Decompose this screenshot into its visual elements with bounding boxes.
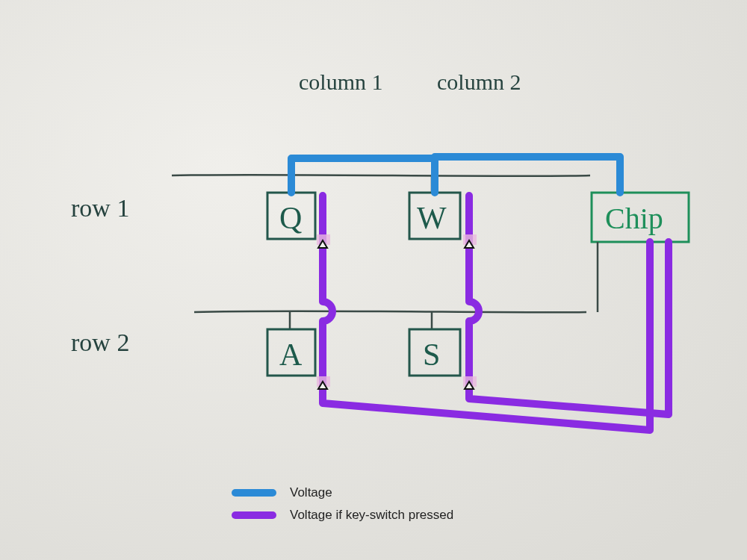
legend-swatch-voltage xyxy=(232,489,276,497)
label-column-2: column 2 xyxy=(437,69,521,94)
svg-text:W: W xyxy=(417,201,447,235)
legend-row-voltage-pressed: Voltage if key-switch pressed xyxy=(232,508,453,523)
svg-text:S: S xyxy=(423,337,440,372)
legend: Voltage Voltage if key-switch pressed xyxy=(232,485,453,530)
svg-text:A: A xyxy=(279,337,303,372)
svg-text:Chip: Chip xyxy=(605,202,663,235)
diagram-svg: column 1 column 2 row 1 row 2 Q W A S xyxy=(0,0,747,560)
legend-row-voltage: Voltage xyxy=(232,485,453,500)
legend-swatch-voltage-pressed xyxy=(232,511,276,519)
label-column-1: column 1 xyxy=(299,69,383,94)
diagram-stage: "Drive rows"-Option column 1 column 2 ro… xyxy=(0,0,747,560)
legend-label-voltage: Voltage xyxy=(290,485,332,500)
legend-label-voltage-pressed: Voltage if key-switch pressed xyxy=(290,508,453,523)
label-row-1: row 1 xyxy=(71,194,129,222)
label-row-2: row 2 xyxy=(71,329,129,356)
svg-text:Q: Q xyxy=(279,201,302,235)
